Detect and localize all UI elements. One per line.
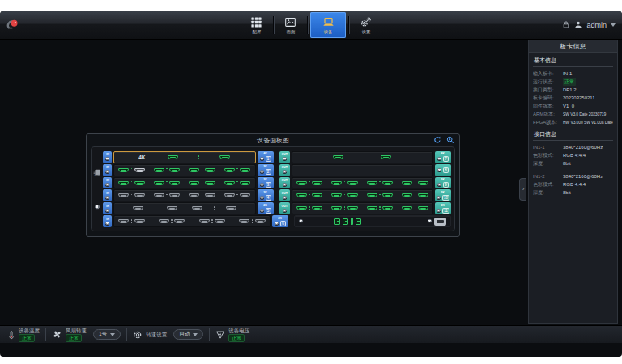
io-tab-label: IN	[106, 179, 109, 182]
port-pair	[154, 181, 181, 185]
input-slot-4[interactable]	[113, 189, 256, 201]
input-slot-2[interactable]	[113, 164, 256, 176]
card-info-sidebar: 板卡信息 基本信息 输入板卡:IN-1运行状态:正常接口类型:DP1.2板卡编码…	[526, 40, 622, 325]
pair-dots-icon	[214, 206, 215, 210]
screw-icon	[105, 222, 109, 226]
screw-icon	[260, 196, 264, 200]
IN-tab: IN	[103, 215, 112, 227]
pair-dots-icon	[202, 194, 203, 198]
output-slot-10[interactable]	[292, 189, 434, 201]
slot-number-tab-7[interactable]: 4K7	[435, 151, 451, 163]
slot-number: 5	[266, 208, 271, 214]
status-dropdown[interactable]: 1号	[93, 329, 121, 340]
port-info-groups: IN1-13840*2160@60Hz色彩模式:RGB 4:4:4深度:8bit…	[533, 143, 613, 197]
section-gap	[275, 151, 278, 163]
lock-icon[interactable]	[562, 18, 570, 32]
nav-tab-label: 设置	[361, 29, 370, 33]
slot-number-tab-1[interactable]: 4K1	[258, 151, 274, 163]
nav-separator	[307, 16, 308, 34]
hdmi-port-green	[402, 193, 412, 197]
nav-tab-3[interactable]: 设备	[310, 12, 346, 38]
OUT-tab: OUT	[279, 202, 290, 214]
statusbar-divider	[45, 328, 46, 341]
nav-tab-1[interactable]: 配屏	[242, 12, 271, 38]
output-slot-7[interactable]	[292, 151, 434, 163]
io-tab-label: OUT	[281, 179, 288, 182]
screw-icon	[437, 209, 441, 213]
OUT-tab: OUT	[279, 177, 290, 189]
slot-number: 4	[266, 195, 271, 201]
hdmi-port-green	[154, 168, 164, 172]
slot-number-tab-9[interactable]: 2K9	[435, 177, 451, 189]
hdmi-port-green	[296, 206, 307, 210]
hdmi-port-green	[367, 193, 377, 197]
output-slot-8[interactable]	[292, 164, 434, 176]
sidebar-collapse-button[interactable]: ›	[519, 178, 526, 201]
slot-number: 2	[266, 169, 271, 175]
hdmi-port-green	[205, 168, 215, 172]
nav-tab-4[interactable]: 设置	[351, 12, 380, 38]
info-value: 8bit	[563, 188, 571, 197]
chassis-left-rail: 电源	[92, 147, 103, 231]
screw-icon	[428, 219, 432, 223]
input-slot-1[interactable]: 4K	[113, 151, 256, 163]
pair-dots-icon	[131, 168, 133, 172]
user-menu-caret-icon[interactable]	[611, 23, 616, 27]
info-label: 色彩模式:	[533, 180, 563, 188]
info-label: 运行状态:	[533, 78, 563, 86]
slot-number-tab-11[interactable]: 2K11	[435, 202, 451, 214]
slot-size-tag: 4K	[263, 153, 267, 156]
hdmi-port-green	[118, 168, 129, 172]
control-right	[428, 218, 446, 226]
slot-number-tab-10[interactable]: 2K10	[435, 189, 451, 201]
hdmi-port-green	[205, 181, 215, 185]
slot-4k-label: 4K	[138, 154, 145, 160]
chassis-row-3: IN2K3OUT2K9	[103, 177, 451, 189]
port-pair	[331, 193, 358, 197]
hdmi-port-green	[382, 206, 393, 210]
slot-number-tab-4[interactable]: 2K4	[258, 189, 274, 201]
slot-number-tab-8[interactable]: 8	[435, 164, 451, 176]
slot-number-tab-6[interactable]: 2K6	[272, 215, 288, 227]
slot-number-tab-2[interactable]: 2K2	[258, 164, 274, 176]
input-slot-6[interactable]	[113, 215, 271, 227]
port-pair	[118, 193, 145, 197]
nav-tab-2[interactable]: 画面	[276, 12, 305, 38]
input-slot-5[interactable]	[113, 202, 256, 214]
device-panel-title: 设备面板图	[87, 136, 459, 145]
screw-icon	[105, 170, 109, 174]
info-value: SW V3.0 Date 20230719	[563, 110, 606, 118]
info-row: IN1-23840*2160@60Hz	[533, 172, 613, 180]
zoom-in-icon[interactable]	[446, 136, 454, 144]
info-row: 深度:8bit	[533, 159, 613, 167]
dropdown-caret-icon	[110, 333, 115, 336]
section-gap	[290, 215, 292, 227]
status-dropdown[interactable]: 自动	[173, 329, 203, 340]
io-tab-label: OUT	[281, 154, 288, 157]
output-slot-11[interactable]	[292, 202, 434, 214]
hdmi-port-green	[347, 181, 358, 185]
output-slot-9[interactable]	[292, 177, 434, 189]
slot-number-tab-5[interactable]: 2K5	[258, 202, 274, 214]
hdmi-port-gray	[192, 206, 202, 210]
port-group-IN1-2: IN1-23840*2160@60Hz色彩模式:RGB 4:4:4深度:8bit	[533, 172, 613, 197]
refresh-icon[interactable]	[433, 136, 441, 144]
input-slot-3[interactable]	[113, 177, 256, 189]
slot-number-tab-3[interactable]: 2K3	[258, 177, 274, 189]
hdmi-port-green	[331, 193, 342, 197]
io-tab-label: IN	[106, 192, 109, 195]
screw-icon	[437, 157, 441, 161]
chassis-row-6: IN2K6	[103, 215, 451, 227]
dropdown-caret-icon	[193, 333, 198, 336]
screw-icon	[283, 157, 287, 161]
status-badge: 正常	[228, 334, 245, 342]
fan-icon	[52, 329, 62, 340]
port-pair	[331, 206, 358, 210]
ethernet-port-icon	[343, 218, 348, 225]
control-ports	[334, 218, 364, 225]
hdmi-port-green	[224, 181, 235, 185]
topbar-nav: 配屏画面设备设置	[242, 11, 380, 39]
screw-icon	[260, 183, 264, 187]
IN-tab: IN	[103, 177, 112, 189]
username[interactable]: admin	[586, 21, 607, 29]
